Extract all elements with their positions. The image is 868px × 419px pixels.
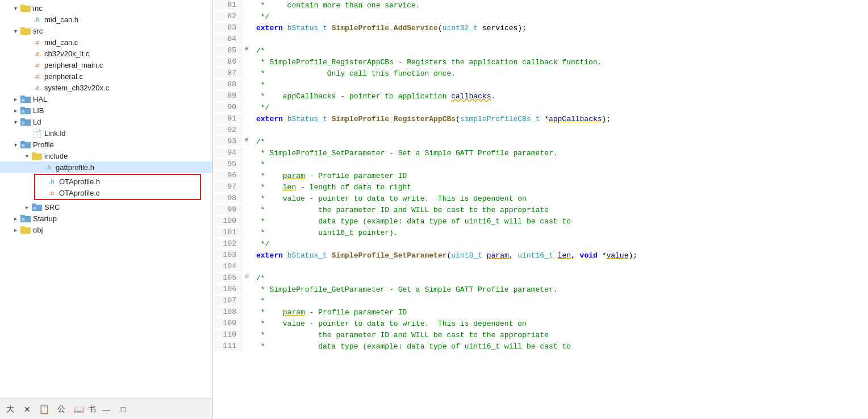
code-line-102: 102 */ [213,239,868,250]
line-number-105: 105 [213,273,241,283]
sidebar-label-ch32: ch32v20x_it.c [44,49,90,58]
sidebar-label-hal: HAL [33,95,47,103]
line-number-96: 96 [213,171,241,180]
code-content-97: * len - length of data to right [252,182,868,193]
code-content-95: * [252,159,868,171]
sidebar-item-ch32[interactable]: .c ch32v20x_it.c [0,48,212,59]
sidebar-item-otaprofile-c[interactable]: .c OTAprofile.c [35,187,200,198]
highlight-box: .h OTAprofile.h .c OTAprofile.c [34,174,201,200]
fold-105[interactable]: ⊖ [241,273,252,280]
folder-icon-startup: R [20,214,31,223]
code-line-97: 97 * len - length of data to right [213,182,868,193]
chevron-lib [11,106,19,114]
code-line-95: 95 * [213,159,868,171]
code-line-96: 96 * param - Profile parameter ID [213,171,868,182]
file-c-icon-4: .c [32,72,42,81]
code-content-106: * SimpleProfile_GetParameter - Get a Sim… [252,284,868,296]
line-number-102: 102 [213,239,241,248]
code-line-85: 85 ⊖ /* [213,45,868,57]
line-number-82: 82 [213,11,241,21]
sidebar-item-src2[interactable]: R SRC [0,201,212,213]
sidebar-item-link-ld[interactable]: 📄 Link.ld [0,127,212,139]
sidebar-item-src[interactable]: src [0,25,212,36]
code-content-88: * [252,80,868,91]
svg-text:R: R [22,98,25,103]
toolbar-btn-x[interactable]: ✕ [20,403,34,416]
fold-85[interactable]: ⊖ [241,45,252,52]
code-content-107: * [252,296,868,307]
svg-rect-17 [32,152,36,155]
sidebar-item-profile[interactable]: R Profile [0,139,212,150]
toolbar-btn-maximize[interactable]: □ [116,403,130,416]
code-line-106: 106 * SimpleProfile_GetParameter - Get a… [213,284,868,296]
line-number-104: 104 [213,262,241,271]
sidebar-item-label-src: src [33,27,43,35]
code-line-84: 84 [213,34,868,45]
code-line-94: 94 * SimpleProfile_SetParameter - Set a … [213,148,868,159]
code-line-104: 104 [213,262,868,273]
sidebar-item-mid-can-h[interactable]: .h mid_can.h [0,14,212,25]
sidebar-item-include[interactable]: include [0,150,212,161]
line-number-81: 81 [213,0,241,10]
code-line-82: 82 */ [213,11,868,23]
sidebar-item-system[interactable]: .c system_ch32v20x.c [0,82,212,93]
sidebar-item-peripheral[interactable]: .c peripheral.c [0,70,212,82]
chevron-include [23,152,31,160]
code-line-81: 81 * contain more than one service. [213,0,868,11]
svg-text:R: R [22,121,25,126]
code-editor[interactable]: 81 * contain more than one service. 82 *… [213,0,868,419]
folder-icon-obj [20,225,31,234]
toolbar-btn-gong[interactable]: 公 [55,403,68,416]
sidebar-item-obj[interactable]: obj [0,224,212,235]
line-number-101: 101 [213,227,241,237]
chevron-profile [11,140,19,148]
sidebar-item-otaprofile-h[interactable]: .h OTAprofile.h [35,176,200,187]
code-line-92: 92 [213,125,868,136]
code-content-99: * the parameter ID and WILL be cast to t… [252,205,868,216]
file-h-icon-3: .h [47,177,57,186]
svg-rect-25 [20,226,25,229]
line-number-85: 85 [213,45,241,55]
code-line-91: 91 extern bStatus_t SimpleProfile_Regist… [213,114,868,125]
sidebar-item-hal[interactable]: R HAL [0,93,212,105]
sidebar-label-link-ld: Link.ld [44,129,66,138]
line-number-106: 106 [213,284,241,294]
svg-text:R: R [22,143,25,148]
chevron-inc [11,4,19,12]
svg-rect-1 [20,5,25,7]
code-content-109: * value - pointer to data to write. This… [252,318,868,330]
code-content-96: * param - Profile parameter ID [252,171,868,182]
code-line-87: 87 * Only call this function once. [213,68,868,80]
sidebar-item-lib[interactable]: R LIB [0,105,212,116]
code-line-107: 107 * [213,296,868,307]
sidebar-label-include: include [44,152,68,160]
line-number-94: 94 [213,148,241,157]
line-number-91: 91 [213,114,241,123]
code-line-83: 83 extern bStatus_t SimpleProfile_AddSer… [213,23,868,34]
sidebar-item-startup[interactable]: R Startup [0,213,212,224]
sidebar-label-src2: SRC [44,203,60,211]
folder-icon-src2: R [32,202,42,211]
code-content-83: extern bStatus_t SimpleProfile_AddServic… [252,23,868,34]
sidebar-item-mid-can-c[interactable]: .c mid_can.c [0,36,212,48]
sidebar-item-gattprofile-h[interactable]: .h gattprofile.h [0,161,212,173]
sidebar-item-inc[interactable]: inc [0,2,212,14]
code-content-81: * contain more than one service. [252,0,868,11]
code-line-99: 99 * the parameter ID and WILL be cast t… [213,205,868,216]
code-content-110: * the parameter ID and WILL be cast to t… [252,330,868,341]
line-number-97: 97 [213,182,241,192]
fold-93[interactable]: ⊖ [241,136,252,143]
toolbar-btn-da[interactable]: 大 [3,403,17,416]
code-line-109: 109 * value - pointer to data to write. … [213,318,868,330]
sidebar-item-label-inc: inc [33,4,43,13]
toolbar-btn-book[interactable]: 📖 [72,403,85,416]
toolbar-btn-clipboard[interactable]: 📋 [37,403,51,416]
toolbar-btn-minimize[interactable]: — [99,403,113,416]
sidebar-item-peripheral-main[interactable]: .c peripheral_main.c [0,59,212,70]
code-line-105: 105 ⊖ /* [213,273,868,284]
line-number-88: 88 [213,80,241,89]
toolbar-label-book: 书 [89,404,96,414]
sidebar-item-ld[interactable]: R Ld [0,116,212,127]
file-c-icon-2: .c [32,49,42,58]
line-number-110: 110 [213,330,241,339]
